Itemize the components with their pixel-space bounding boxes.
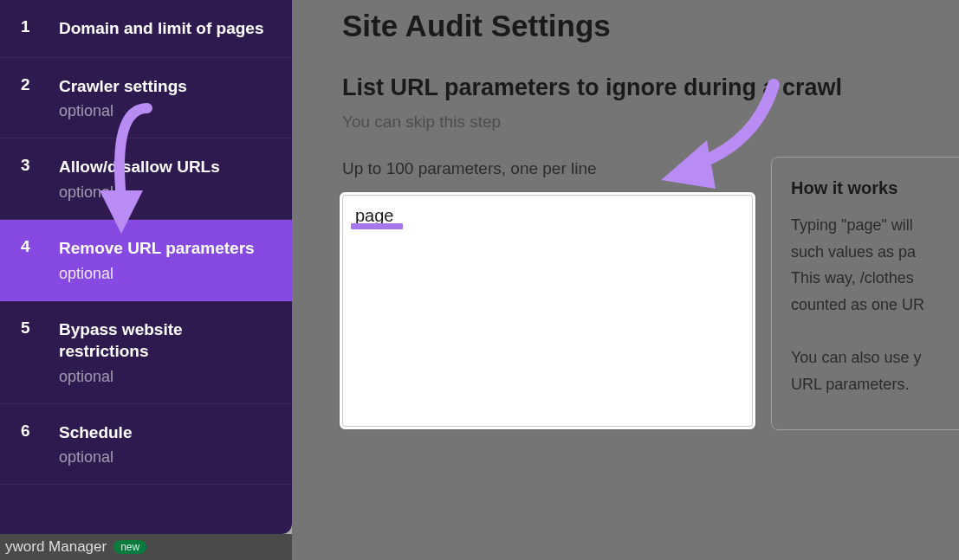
sidebar-item-bypass-restrictions[interactable]: 5 Bypass website restrictions optional — [0, 301, 292, 404]
bottom-nav-item[interactable]: yword Manager new — [0, 534, 292, 560]
new-badge: new — [113, 540, 146, 554]
sidebar-item-remove-url-params[interactable]: 4 Remove URL parameters optional — [0, 220, 292, 301]
sidebar-item-domain-pages[interactable]: 1 Domain and limit of pages — [0, 0, 292, 58]
step-sublabel: optional — [59, 183, 271, 202]
bottom-nav-label: yword Manager — [5, 538, 107, 556]
step-number: 6 — [21, 422, 59, 467]
highlight-underline-annotation — [351, 223, 403, 229]
step-number: 4 — [21, 237, 59, 283]
how-it-works-body: Typing "page" will such values as pa Thi… — [791, 212, 950, 397]
step-label: Schedule — [59, 422, 271, 444]
step-label: Allow/disallow URLs — [59, 156, 271, 178]
main-panel-overlay: Site Audit Settings List URL parameters … — [292, 0, 959, 560]
section-heading: List URL parameters to ignore during a c… — [342, 74, 842, 101]
step-number: 3 — [21, 156, 59, 202]
step-sublabel: optional — [59, 448, 271, 467]
sidebar-item-allow-disallow[interactable]: 3 Allow/disallow URLs optional — [0, 138, 292, 220]
step-label: Domain and limit of pages — [59, 17, 271, 40]
step-number: 1 — [21, 17, 59, 40]
settings-sidebar: 1 Domain and limit of pages 2 Crawler se… — [0, 0, 292, 534]
page-title: Site Audit Settings — [342, 9, 611, 43]
sidebar-item-schedule[interactable]: 6 Schedule optional — [0, 404, 292, 486]
how-it-works-title: How it works — [791, 178, 950, 198]
step-label: Bypass website restrictions — [59, 319, 271, 363]
skip-hint: You can skip this step — [342, 113, 501, 132]
step-number: 2 — [21, 75, 59, 121]
step-sublabel: optional — [59, 102, 271, 120]
step-label: Crawler settings — [59, 75, 271, 98]
step-sublabel: optional — [59, 368, 271, 386]
step-number: 5 — [21, 319, 59, 386]
sidebar-item-crawler-settings[interactable]: 2 Crawler settings optional — [0, 58, 292, 139]
limit-hint: Up to 100 parameters, one per line — [342, 159, 597, 178]
url-params-textarea[interactable]: page — [342, 195, 753, 427]
step-label: Remove URL parameters — [59, 237, 271, 260]
step-sublabel: optional — [59, 265, 271, 283]
how-it-works-panel: How it works Typing "page" will such val… — [771, 157, 959, 430]
